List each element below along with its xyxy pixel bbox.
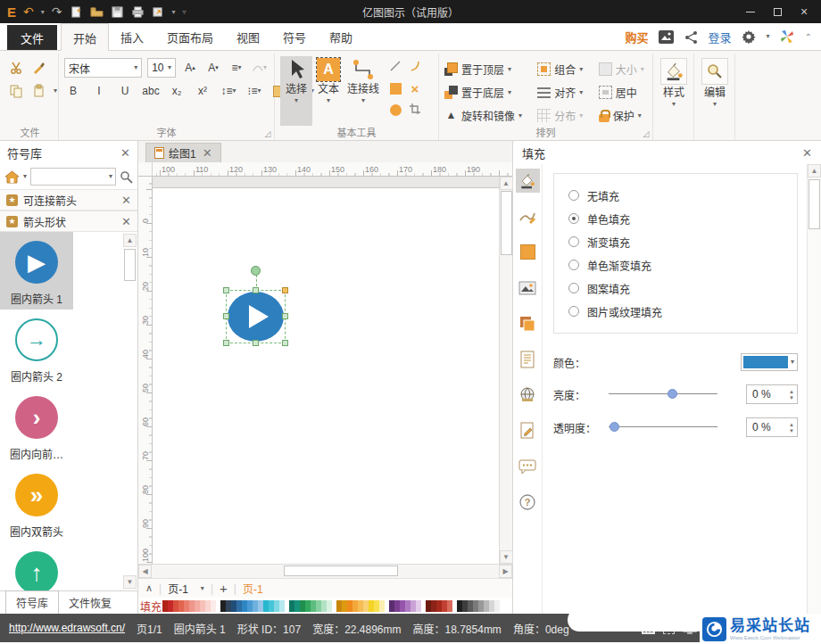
- fill-option[interactable]: 图案填充: [568, 277, 797, 300]
- hyperlink-globe-tab-icon[interactable]: [516, 383, 540, 407]
- spinner-arrows-icon[interactable]: ▲▼: [789, 389, 794, 400]
- fill-option[interactable]: 单色填充: [568, 207, 797, 230]
- resize-handle-sw[interactable]: [223, 340, 229, 346]
- quick-color-tab-icon[interactable]: [516, 240, 540, 264]
- settings-dropdown-icon[interactable]: ▾: [767, 33, 770, 40]
- minimize-button[interactable]: [737, 2, 764, 21]
- underline-button[interactable]: U: [116, 81, 134, 101]
- cut-icon[interactable]: [7, 58, 25, 78]
- symbol-item[interactable]: ▶ 圈内箭头 1: [0, 232, 73, 310]
- library-section-header[interactable]: ★ 可连接箭头 ✕: [0, 189, 137, 211]
- line-tool-icon[interactable]: [389, 60, 402, 75]
- resize-handle-s[interactable]: [253, 340, 259, 346]
- customize-toolbar-icon[interactable]: ▾: [172, 8, 176, 16]
- close-library-icon[interactable]: ✕: [121, 216, 131, 227]
- ribbon-tab[interactable]: 符号: [271, 23, 318, 50]
- brightness-slider[interactable]: [609, 385, 717, 403]
- rectangle-tool-icon[interactable]: [390, 83, 402, 95]
- settings-gear-icon[interactable]: [742, 29, 757, 45]
- fill-option[interactable]: 单色渐变填充: [568, 253, 797, 277]
- color-swatch[interactable]: [494, 600, 500, 612]
- sidebar-tab[interactable]: 符号库: [5, 590, 59, 614]
- search-input[interactable]: [34, 171, 109, 182]
- sidebar-scrollbar[interactable]: ▲ ▼: [123, 234, 137, 589]
- fill-tab-icon[interactable]: [516, 169, 540, 193]
- page-selector[interactable]: 页-1▾: [168, 581, 204, 596]
- resize-handle-se[interactable]: [282, 340, 288, 346]
- ribbon-tab[interactable]: 插入: [109, 23, 155, 50]
- transparency-slider[interactable]: [609, 418, 717, 436]
- redo-icon[interactable]: ↷: [52, 5, 62, 18]
- grow-font-button[interactable]: A▴: [181, 58, 199, 78]
- arrange-button[interactable]: 对齐 ▾: [537, 81, 585, 103]
- home-icon[interactable]: [4, 170, 20, 184]
- brightness-spinner[interactable]: 0 % ▲▼: [746, 384, 798, 404]
- scroll-left-icon[interactable]: ◀: [138, 565, 152, 578]
- paste-icon[interactable]: [30, 81, 48, 101]
- drawing-page[interactable]: [153, 187, 499, 564]
- ribbon-tab[interactable]: 帮助: [318, 23, 364, 50]
- fill-option[interactable]: 渐变填充: [568, 230, 797, 253]
- spinner-arrows-icon[interactable]: ▲▼: [789, 422, 794, 433]
- toolbar-more-icon[interactable]: ▿: [183, 8, 187, 16]
- panel-scrollbar[interactable]: ▲: [807, 164, 821, 614]
- ribbon-tab[interactable]: 页面布局: [155, 23, 225, 50]
- copy-icon[interactable]: [7, 81, 25, 101]
- share-icon[interactable]: [684, 29, 699, 45]
- resize-handle-nw[interactable]: [223, 287, 229, 293]
- scrollbar-thumb[interactable]: [124, 249, 136, 281]
- close-button[interactable]: ×: [791, 2, 817, 21]
- arrange-button[interactable]: 置于底层 ▾: [444, 81, 525, 103]
- buy-button[interactable]: 购买: [626, 29, 649, 45]
- resize-handle-n[interactable]: [253, 287, 259, 293]
- paste-dropdown-icon[interactable]: ▾: [54, 87, 57, 95]
- crop-tool-icon[interactable]: [409, 103, 421, 118]
- horizontal-scrollbar[interactable]: ◀ ▶: [138, 564, 512, 578]
- align-text-button[interactable]: ≡▾: [228, 58, 245, 78]
- select-tool-button[interactable]: 选择 ▾: [280, 56, 312, 126]
- arrange-button[interactable]: 大小 ▾: [599, 58, 647, 79]
- freeform-tool-icon[interactable]: ×: [411, 82, 419, 95]
- layers-tab-icon[interactable]: [516, 311, 540, 335]
- close-panel-icon[interactable]: ✕: [802, 147, 812, 159]
- drawing-area[interactable]: [153, 177, 499, 564]
- arrange-button[interactable]: 分布 ▾: [537, 104, 585, 126]
- symbol-item[interactable]: ↑: [0, 542, 73, 590]
- ellipse-tool-icon[interactable]: [390, 104, 402, 116]
- font-size-select[interactable]: 10▾: [147, 58, 176, 78]
- add-page-button[interactable]: +: [220, 582, 228, 595]
- print-icon[interactable]: [131, 5, 145, 19]
- new-document-icon[interactable]: [70, 5, 83, 19]
- resize-handle-e[interactable]: [282, 313, 288, 319]
- edit-button[interactable]: 编辑 ▾: [700, 56, 730, 108]
- ribbon-tab[interactable]: 视图: [225, 23, 271, 50]
- transparency-spinner[interactable]: 0 % ▲▼: [746, 417, 798, 437]
- symbol-item[interactable]: » 圈内双箭头: [0, 465, 73, 542]
- style-button[interactable]: 样式 ▾: [659, 56, 689, 108]
- document-tab[interactable]: 绘图1 ✕: [145, 143, 221, 162]
- format-painter-icon[interactable]: [30, 58, 48, 78]
- scrollbar-thumb[interactable]: [809, 179, 820, 229]
- close-sidebar-icon[interactable]: ✕: [120, 147, 130, 159]
- scroll-right-icon[interactable]: ▶: [499, 565, 512, 578]
- arrange-button[interactable]: 旋转和镜像 ▾: [444, 104, 525, 126]
- close-library-icon[interactable]: ✕: [121, 194, 131, 206]
- collapse-ribbon-icon[interactable]: ⌃: [805, 32, 812, 42]
- symbol-item[interactable]: › 圈内向前…: [0, 387, 73, 465]
- subscript-button[interactable]: x₂: [168, 81, 186, 101]
- italic-button[interactable]: I: [90, 81, 108, 101]
- scrollbar-thumb[interactable]: [501, 191, 512, 255]
- login-button[interactable]: 登录: [709, 29, 732, 45]
- ribbon-tab[interactable]: 开始: [61, 23, 109, 51]
- home-dropdown-icon[interactable]: ▾: [23, 173, 27, 180]
- chevron-down-icon[interactable]: ▾: [109, 173, 112, 180]
- undo-dropdown-icon[interactable]: ▾: [41, 8, 45, 16]
- close-document-icon[interactable]: ✕: [203, 147, 212, 159]
- page-tab-active[interactable]: 页-1: [243, 581, 263, 596]
- selected-shape-ellipse[interactable]: [228, 292, 284, 342]
- text-tool-button[interactable]: A 文本 ▾: [312, 56, 344, 126]
- scrollbar-thumb[interactable]: [284, 566, 398, 576]
- comment-tab-icon[interactable]: [516, 454, 540, 478]
- collapse-pagebar-icon[interactable]: ∧: [145, 582, 153, 594]
- open-folder-icon[interactable]: [90, 5, 104, 19]
